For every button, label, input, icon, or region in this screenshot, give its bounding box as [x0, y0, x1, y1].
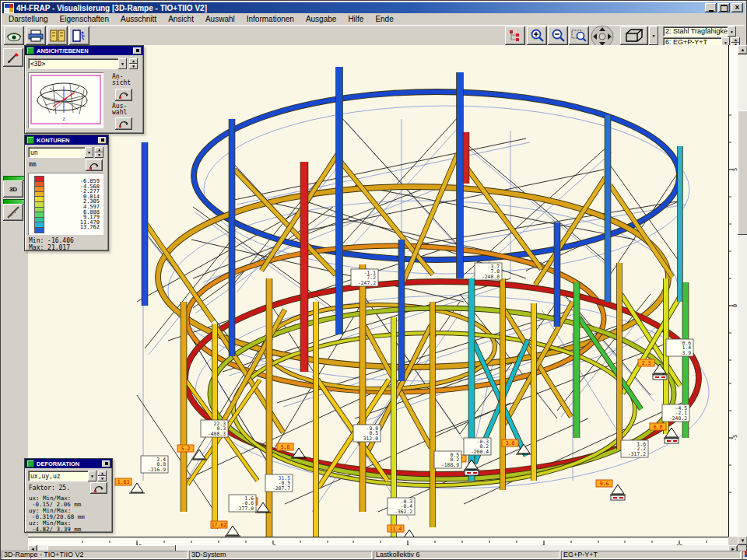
- diagonal-ruler-icon: [6, 205, 20, 219]
- quantity-combo-arrow[interactable]: ▼: [85, 147, 93, 158]
- menu-item-eigenschaften[interactable]: Eigenschaften: [60, 15, 109, 23]
- horizontal-ruler: -10-50510: [28, 537, 728, 545]
- close-icon: ×: [735, 4, 740, 11]
- menu-item-ansicht[interactable]: Ansicht: [168, 15, 194, 23]
- vertical-scroll-thumb[interactable]: [738, 110, 747, 235]
- view-combo[interactable]: <3D>: [28, 58, 122, 69]
- deformation-row-value-0: -0.15/ 2.06 mm: [29, 502, 110, 508]
- menu-item-auswahl[interactable]: Auswahl: [205, 15, 235, 23]
- exit-door-icon: [72, 30, 87, 42]
- ansicht-label: An- sicht: [112, 74, 131, 86]
- panel-icon: [26, 136, 34, 144]
- chevron-down-icon: ▼: [121, 61, 124, 66]
- legend-swatch-10: [34, 227, 44, 233]
- pencil-icon: [6, 51, 20, 65]
- svg-text:17.62: 17.62: [212, 522, 227, 528]
- status-field-1: 3D-System: [189, 551, 372, 559]
- library-button[interactable]: [47, 26, 68, 45]
- menu-item-ende[interactable]: Ende: [375, 15, 393, 23]
- view-cube-dropdown[interactable]: ▼: [649, 26, 658, 45]
- mini-panel-3d-button[interactable]: 3D: [3, 180, 23, 198]
- quantity-spinner[interactable]: ▲▼: [95, 147, 103, 158]
- component-combo[interactable]: ux,uy,uz: [28, 471, 92, 481]
- mini-panel-measure-button[interactable]: [3, 204, 23, 221]
- spin-down-icon[interactable]: ▼: [129, 64, 138, 69]
- menu-item-hilfe[interactable]: Hilfe: [348, 15, 363, 23]
- deformation-panel-title: DEFORMATION: [37, 460, 79, 467]
- edit-pencil-button[interactable]: [3, 48, 23, 67]
- view-preview-box: z: [28, 72, 103, 128]
- view-cube-button[interactable]: [620, 26, 648, 45]
- structure-tree-button[interactable]: [505, 26, 525, 45]
- quantity-combo-value: un: [30, 149, 38, 157]
- model-preview: z: [30, 74, 102, 127]
- close-button[interactable]: ×: [731, 3, 743, 12]
- redo-arrow-icon: [93, 484, 104, 493]
- quantity-combo[interactable]: un: [28, 147, 89, 158]
- close-icon: [136, 49, 139, 52]
- konturen-panel: KONTUREN un ▼ ▲▼ mm -6.859-4.568-2.2770.…: [24, 135, 109, 251]
- legend-min: Min: -16.406: [29, 238, 74, 244]
- deformation-row-value-1: -0.319/20.68 mm: [29, 514, 110, 520]
- view-combo-arrow[interactable]: ▼: [118, 58, 127, 69]
- deformation-panel-titlebar[interactable]: DEFORMATION: [25, 459, 112, 468]
- eye-icon: [5, 30, 23, 42]
- exit-button[interactable]: [69, 26, 89, 45]
- svg-text:9.6: 9.6: [600, 481, 609, 487]
- ansicht-apply-button[interactable]: [115, 89, 132, 101]
- menu-item-ausgabe[interactable]: Ausgabe: [306, 15, 336, 23]
- ansicht-panel: ANSICHT/EBENEN <3D> ▼ ▲▼ z: [24, 45, 144, 134]
- view-spinner[interactable]: ▲▼: [129, 58, 138, 69]
- zoom-in-button[interactable]: [527, 26, 547, 45]
- minimize-button[interactable]: [705, 3, 717, 12]
- mini-3d-label: 3D: [9, 186, 17, 193]
- faktor-apply-button[interactable]: [90, 482, 107, 494]
- scroll-down-button[interactable]: ▼: [738, 536, 747, 545]
- svg-text:11.4: 11.4: [390, 526, 402, 532]
- scroll-up-button[interactable]: ▲: [738, 45, 747, 54]
- result-combo-arrow[interactable]: ▼: [728, 26, 736, 37]
- menu-bar: DarstellungEigenschaftenAusschnittAnsich…: [2, 14, 745, 24]
- minimize-icon: [709, 4, 714, 12]
- cube-icon: [623, 29, 645, 43]
- arrow-up-icon: ▲: [741, 47, 745, 52]
- spin-up-icon[interactable]: ▲: [98, 471, 107, 476]
- spin-down-icon[interactable]: ▼: [98, 476, 107, 481]
- svg-text:3.8: 3.8: [506, 440, 515, 446]
- result-combo[interactable]: 2: Stahl Tragfähigkeit (Th. 2. O: [663, 26, 731, 37]
- maximize-button[interactable]: [718, 3, 730, 12]
- menu-item-ausschnitt[interactable]: Ausschnitt: [121, 15, 156, 23]
- view-combo-value: <3D>: [30, 60, 45, 68]
- auswahl-apply-button[interactable]: [115, 117, 132, 130]
- konturen-panel-close-button[interactable]: [98, 137, 107, 144]
- chevron-down-icon: ▼: [88, 150, 90, 155]
- redo-arrow-icon: [89, 161, 100, 170]
- svg-text:-188.9: -188.9: [441, 462, 459, 468]
- deformation-panel-close-button[interactable]: [102, 460, 110, 467]
- app-window: 4H-FRAP - Visualisierung [3D-Rampe - TIO…: [0, 0, 747, 560]
- component-combo-arrow[interactable]: ▼: [88, 471, 96, 481]
- zoom-out-button[interactable]: [548, 26, 568, 45]
- spin-up-icon[interactable]: ▲: [129, 58, 138, 64]
- view-settings-button[interactable]: [4, 26, 24, 45]
- unit-apply-button[interactable]: [86, 159, 103, 171]
- konturen-panel-titlebar[interactable]: KONTUREN: [25, 135, 108, 145]
- result-combo-value: 2: Stahl Tragfähigkeit (Th. 2. O: [665, 27, 731, 36]
- zoom-window-button[interactable]: [569, 26, 589, 45]
- svg-text:-248.0: -248.0: [482, 274, 500, 280]
- ansicht-panel-close-button[interactable]: [133, 47, 142, 54]
- deformation-row-value-2: -4.82/ 3.39 mm: [29, 527, 110, 533]
- menu-item-darstellung[interactable]: Darstellung: [9, 15, 48, 23]
- vertical-scrollbar[interactable]: ▲ ▼: [738, 45, 747, 545]
- status-bar: 3D-Rampe - TIO+TIIO V23D-SystemLastkolle…: [1, 551, 747, 559]
- app-icon: [4, 3, 14, 13]
- printer-icon: [28, 30, 44, 42]
- component-spinner[interactable]: ▲▼: [98, 471, 107, 481]
- svg-text:1.63: 1.63: [117, 479, 130, 485]
- ansicht-panel-titlebar[interactable]: ANSICHT/EBENEN: [25, 46, 143, 55]
- spin-down-icon[interactable]: ▼: [95, 152, 103, 158]
- spin-up-icon[interactable]: ▲: [95, 147, 103, 152]
- menu-item-informationen[interactable]: Informationen: [247, 15, 294, 23]
- print-button[interactable]: [26, 26, 46, 45]
- status-field-0: 3D-Rampe - TIO+TIIO V2: [2, 551, 188, 559]
